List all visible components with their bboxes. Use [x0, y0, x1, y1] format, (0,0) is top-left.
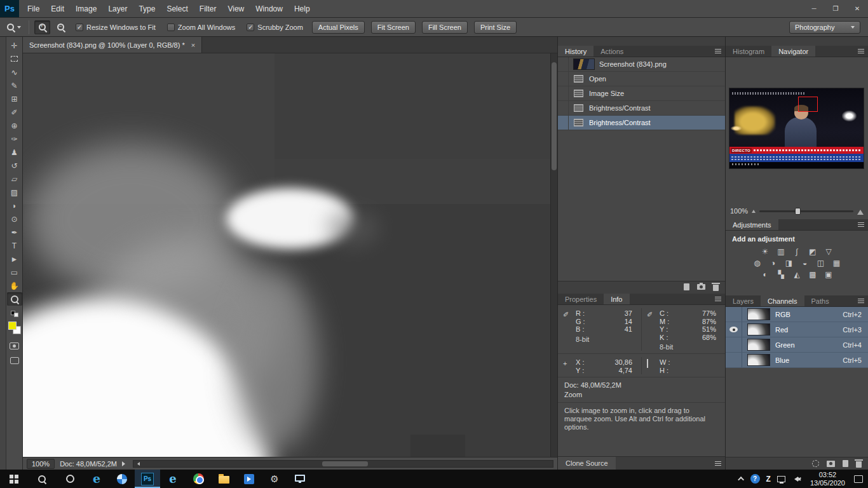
taskbar-app-settings[interactable]: ⚙: [262, 470, 287, 488]
tab-histogram[interactable]: Histogram: [726, 46, 771, 57]
save-selection-as-channel-icon[interactable]: [827, 461, 835, 467]
start-button[interactable]: [0, 470, 28, 488]
fill-screen-button[interactable]: Fill Screen: [422, 21, 468, 34]
taskbar-app-edge[interactable]: e: [84, 470, 109, 488]
close-button[interactable]: ✕: [846, 0, 868, 17]
horizontal-scrollbar-thumb[interactable]: [322, 461, 368, 466]
taskbar-app-file-explorer[interactable]: [211, 470, 236, 488]
eyedropper-icon[interactable]: ✐: [563, 311, 572, 319]
zoom-all-windows-checkbox[interactable]: Zoom All Windows: [163, 24, 240, 31]
zoom-out-mode-button[interactable]: −: [53, 20, 69, 34]
rectangular-marquee-tool[interactable]: [7, 52, 22, 65]
rectangle-tool[interactable]: ▭: [7, 266, 22, 279]
adjustment-gradient-map-icon[interactable]: ▩: [807, 269, 819, 280]
volume-muted-icon[interactable]: [792, 475, 801, 483]
zoom-out-mountain-icon[interactable]: [752, 208, 756, 213]
tab-properties[interactable]: Properties: [558, 294, 604, 304]
adjustment-invert-icon[interactable]: ◐: [759, 269, 771, 280]
tab-layers[interactable]: Layers: [726, 295, 761, 306]
navigator-zoom-slider-thumb[interactable]: [795, 208, 801, 215]
cortana-button[interactable]: [56, 470, 84, 488]
history-state-row-selected[interactable]: Brightness/Contrast: [558, 116, 725, 130]
menu-type[interactable]: Type: [133, 4, 161, 13]
new-channel-icon[interactable]: [843, 460, 848, 467]
adjustment-color-lookup-icon[interactable]: ▦: [831, 258, 843, 268]
history-brush-tool[interactable]: ↺: [7, 159, 22, 172]
tab-info[interactable]: Info: [604, 294, 629, 304]
status-flyout-icon[interactable]: [122, 461, 128, 466]
action-center-icon[interactable]: [854, 475, 863, 483]
visibility-toggle[interactable]: [726, 322, 742, 337]
menu-edit[interactable]: Edit: [45, 4, 70, 13]
adjustment-selective-color-icon[interactable]: ▣: [823, 269, 835, 280]
visibility-toggle[interactable]: [726, 307, 742, 322]
foreground-color-swatch[interactable]: [8, 322, 17, 330]
scroll-left-icon[interactable]: [133, 461, 141, 467]
taskbar-app-display[interactable]: [287, 470, 313, 488]
adjustment-color-balance-icon[interactable]: ◑: [767, 258, 779, 268]
tab-history[interactable]: History: [558, 46, 593, 57]
history-snapshot-row[interactable]: Screenshot (834).png: [558, 57, 725, 72]
menu-window[interactable]: Window: [250, 4, 288, 13]
navigator-zoom-value[interactable]: 100%: [730, 207, 748, 215]
adjustment-photo-filter-icon[interactable]: ◒: [799, 258, 811, 268]
taskbar-app-chrome[interactable]: [186, 470, 211, 488]
blur-tool[interactable]: ◗: [7, 199, 22, 212]
taskbar-app-photoshop[interactable]: Ps: [135, 470, 160, 488]
brush-tool[interactable]: ✑: [7, 132, 22, 146]
quick-selection-tool[interactable]: ✎: [7, 79, 22, 92]
canvas[interactable]: [23, 53, 550, 457]
zoom-level-field[interactable]: 100%: [27, 459, 55, 469]
channel-row-green[interactable]: Green Ctrl+4: [726, 337, 868, 353]
eyedropper-tool[interactable]: ✐: [7, 105, 22, 119]
adjustment-exposure-icon[interactable]: ◩: [807, 247, 819, 257]
zoom-in-mode-button[interactable]: +: [34, 20, 50, 34]
taskbar-app-media[interactable]: [236, 470, 262, 488]
menu-help[interactable]: Help: [288, 4, 316, 13]
taskbar-app-internet-explorer[interactable]: e: [160, 470, 186, 488]
default-colors-icon[interactable]: [11, 311, 18, 317]
lasso-tool[interactable]: ∿: [7, 65, 22, 79]
menu-filter[interactable]: Filter: [194, 4, 222, 13]
adjustment-channel-mixer-icon[interactable]: ◫: [815, 258, 827, 268]
adjustment-curves-icon[interactable]: ∫: [791, 247, 803, 257]
vertical-scrollbar[interactable]: [550, 53, 557, 457]
panel-menu-button[interactable]: [854, 46, 868, 57]
restore-button[interactable]: ❐: [825, 0, 846, 17]
zoom-tool[interactable]: [7, 292, 22, 306]
delete-channel-icon[interactable]: [856, 461, 862, 468]
navigator-zoom-slider[interactable]: [759, 210, 853, 212]
panel-menu-button[interactable]: [711, 294, 725, 304]
move-tool[interactable]: ✛: [7, 39, 22, 52]
tool-preset-picker[interactable]: [4, 23, 24, 32]
new-document-from-state-icon[interactable]: [684, 283, 689, 290]
tray-icon-z[interactable]: Z: [766, 475, 771, 484]
new-snapshot-icon[interactable]: [697, 284, 705, 290]
zoom-in-mountain-icon[interactable]: [857, 207, 864, 215]
adjustment-vibrance-icon[interactable]: ▽: [823, 247, 835, 257]
eraser-tool[interactable]: ▱: [7, 172, 22, 186]
history-brush-source-well[interactable]: [558, 116, 569, 130]
minimize-button[interactable]: ─: [803, 0, 825, 17]
document-tab[interactable]: Screenshot (834).png @ 100% (Layer 0, RG…: [23, 37, 202, 53]
channel-row-blue[interactable]: Blue Ctrl+5: [726, 353, 868, 368]
menu-file[interactable]: File: [22, 4, 45, 13]
dodge-tool[interactable]: ⊙: [7, 212, 22, 226]
tab-adjustments[interactable]: Adjustments: [726, 219, 778, 230]
adjustment-posterize-icon[interactable]: ▚: [775, 269, 787, 280]
help-tray-icon[interactable]: ?: [750, 474, 760, 484]
clone-source-tab[interactable]: Clone Source: [558, 457, 616, 470]
print-size-button[interactable]: Print Size: [474, 21, 517, 34]
history-brush-source-well[interactable]: [558, 101, 569, 115]
adjustment-brightness-contrast-icon[interactable]: ☀: [759, 247, 771, 257]
resize-windows-checkbox[interactable]: ✓ Resize Windows to Fit: [71, 24, 160, 31]
clone-stamp-tool[interactable]: ♟: [7, 146, 22, 159]
taskbar-search-button[interactable]: [28, 470, 56, 488]
eyedropper-icon[interactable]: ✐: [647, 311, 656, 319]
adjustment-black-white-icon[interactable]: ◨: [783, 258, 795, 268]
channel-row-rgb[interactable]: RGB Ctrl+2: [726, 307, 868, 322]
delete-state-icon[interactable]: [713, 285, 719, 291]
hand-tool[interactable]: ✋: [7, 279, 22, 292]
menu-view[interactable]: View: [222, 4, 250, 13]
history-brush-source-well[interactable]: [558, 86, 569, 100]
